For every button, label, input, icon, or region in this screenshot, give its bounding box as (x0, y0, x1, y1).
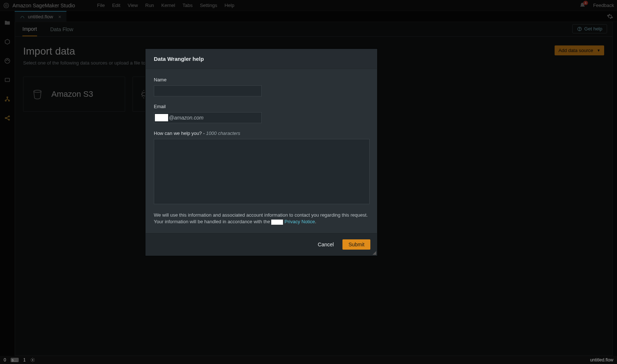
modal-body: Name Email How can we help you? - 1000 c… (146, 69, 377, 233)
status-item-0[interactable]: 0 (4, 357, 6, 363)
name-label: Name (154, 77, 369, 82)
email-input[interactable] (154, 112, 262, 123)
modal-title: Data Wrangler help (154, 56, 369, 62)
cancel-button[interactable]: Cancel (314, 239, 338, 250)
privacy-notice-link[interactable]: Privacy Notice (284, 219, 315, 224)
redacted-text-2 (271, 220, 283, 225)
help-textarea[interactable] (154, 139, 370, 204)
modal-header: Data Wrangler help (146, 49, 377, 69)
disclaimer-text: We will use this information and associa… (154, 212, 369, 225)
help-label-text: How can we help you? - (154, 130, 206, 136)
field-group-name: Name (154, 77, 369, 96)
svg-point-18 (32, 359, 33, 361)
disclaimer-period: . (315, 219, 316, 224)
status-item-1[interactable]: 1 (23, 357, 26, 363)
disclaimer-part1: We will use this information and associa… (154, 212, 368, 224)
field-group-email: Email (154, 104, 369, 123)
name-input[interactable] (154, 85, 262, 96)
resize-handle-icon[interactable] (372, 250, 376, 255)
redacted-text (155, 114, 168, 121)
status-terminal[interactable]: s… (11, 358, 19, 362)
help-hint: 1000 characters (206, 130, 240, 136)
modal-footer: Cancel Submit (146, 233, 377, 255)
submit-button[interactable]: Submit (342, 239, 370, 250)
status-filename[interactable]: untitled.flow (590, 357, 613, 363)
status-gear-icon[interactable] (30, 357, 35, 363)
help-modal: Data Wrangler help Name Email How can we… (145, 49, 377, 256)
status-bar: 0 s… 1 untitled.flow (0, 356, 617, 364)
field-group-help: How can we help you? - 1000 characters (154, 130, 369, 205)
email-label: Email (154, 104, 369, 109)
help-label: How can we help you? - 1000 characters (154, 130, 369, 136)
